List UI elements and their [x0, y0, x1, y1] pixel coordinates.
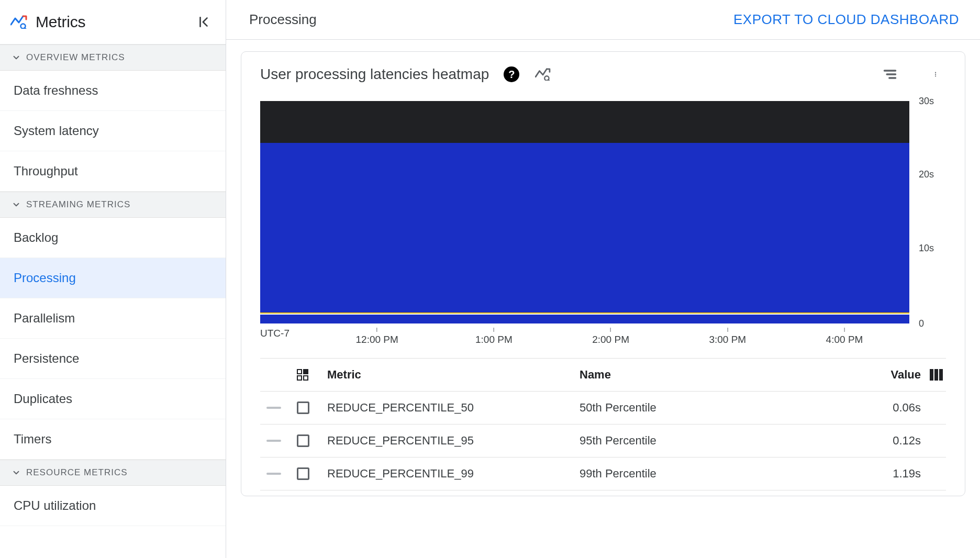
- y-tick: 10s: [919, 242, 934, 253]
- collapse-sidebar-button[interactable]: [194, 13, 213, 31]
- more-options-button[interactable]: [928, 65, 946, 83]
- column-picker-icon[interactable]: [930, 369, 943, 381]
- sidebar-item-label: Throughput: [14, 164, 78, 178]
- section-header[interactable]: STREAMING METRICS: [0, 192, 226, 218]
- metrics-logo-icon: [10, 15, 27, 29]
- table-row[interactable]: REDUCE_PERCENTILE_50 50th Percentile 0.0…: [260, 392, 946, 425]
- sidebar-item-label: Backlog: [14, 230, 58, 244]
- select-all-toggle-icon[interactable]: [297, 369, 309, 381]
- chart-y-axis: 30s 20s 10s 0: [915, 101, 946, 323]
- heatmap-band-dense-upper: [260, 143, 909, 314]
- card-title: User processing latencies heatmap: [260, 66, 489, 83]
- sidebar-item-processing[interactable]: Processing: [0, 258, 226, 298]
- help-icon[interactable]: ?: [504, 66, 519, 82]
- col-value[interactable]: Value: [837, 368, 921, 382]
- cell-metric: REDUCE_PERCENTILE_99: [322, 467, 580, 481]
- svg-line-1: [25, 28, 27, 29]
- sidebar-item-timers[interactable]: Timers: [0, 419, 226, 460]
- section-header[interactable]: OVERVIEW METRICS: [0, 44, 226, 71]
- cell-value: 1.19s: [837, 467, 921, 481]
- section-label: STREAMING METRICS: [26, 199, 130, 210]
- sidebar-item-label: Duplicates: [14, 392, 72, 406]
- table-row[interactable]: REDUCE_PERCENTILE_99 99th Percentile 1.1…: [260, 457, 946, 490]
- section-label: OVERVIEW METRICS: [26, 52, 125, 63]
- svg-line-3: [548, 80, 550, 81]
- sidebar-item-label: Processing: [14, 271, 76, 285]
- chart-x-axis: UTC-7 12:00 PM1:00 PM2:00 PM3:00 PM4:00 …: [260, 328, 909, 349]
- sidebar-item-backlog[interactable]: Backlog: [0, 218, 226, 258]
- sidebar-item-label: Timers: [14, 432, 51, 446]
- cell-metric: REDUCE_PERCENTILE_50: [322, 401, 580, 415]
- svg-point-8: [935, 74, 936, 75]
- drag-handle-icon[interactable]: [266, 440, 281, 442]
- sidebar-item-cpu-utilization[interactable]: CPU utilization: [0, 486, 226, 526]
- drag-handle-icon[interactable]: [266, 473, 281, 475]
- cell-value: 0.06s: [837, 401, 921, 415]
- cell-name: 99th Percentile: [580, 467, 837, 481]
- row-checkbox[interactable]: [297, 434, 309, 447]
- y-tick: 30s: [919, 96, 934, 107]
- sidebar-item-label: Parallelism: [14, 311, 75, 325]
- x-tick: 12:00 PM: [356, 328, 398, 345]
- sidebar-item-data-freshness[interactable]: Data freshness: [0, 71, 226, 111]
- sidebar-item-parallelism[interactable]: Parallelism: [0, 298, 226, 339]
- main-header: Processing EXPORT TO CLOUD DASHBOARD: [226, 0, 980, 40]
- heatmap-p99-line: [260, 313, 909, 314]
- chevron-down-icon: [12, 468, 21, 477]
- sidebar-item-label: Data freshness: [14, 83, 98, 97]
- sidebar-title: Metrics: [36, 13, 85, 31]
- table-header-row: Metric Name Value: [260, 358, 946, 392]
- cell-name: 95th Percentile: [580, 434, 837, 448]
- svg-point-7: [935, 72, 936, 73]
- chevron-down-icon: [12, 200, 21, 209]
- cell-name: 50th Percentile: [580, 401, 837, 415]
- col-name[interactable]: Name: [580, 368, 837, 382]
- sidebar-item-label: CPU utilization: [14, 498, 96, 512]
- table-row[interactable]: REDUCE_PERCENTILE_95 95th Percentile 0.1…: [260, 425, 946, 457]
- page-title: Processing: [249, 12, 317, 28]
- metrics-table: Metric Name Value REDUCE_PERCENTILE_50 5…: [260, 358, 946, 490]
- section-header[interactable]: RESOURCE METRICS: [0, 460, 226, 486]
- x-tick: 2:00 PM: [592, 328, 629, 345]
- main: Processing EXPORT TO CLOUD DASHBOARD Use…: [226, 0, 980, 558]
- sidebar-item-system-latency[interactable]: System latency: [0, 111, 226, 151]
- drag-handle-icon[interactable]: [266, 407, 281, 409]
- sidebar-item-throughput[interactable]: Throughput: [0, 151, 226, 192]
- chart-plot-area[interactable]: [260, 101, 909, 323]
- sidebar-header: Metrics: [0, 0, 226, 44]
- y-tick: 0: [919, 318, 924, 329]
- row-checkbox[interactable]: [297, 401, 309, 414]
- x-axis-timezone: UTC-7: [260, 328, 289, 339]
- cell-metric: REDUCE_PERCENTILE_95: [322, 434, 580, 448]
- x-tick: 3:00 PM: [709, 328, 746, 345]
- section-label: RESOURCE METRICS: [26, 467, 128, 478]
- latency-heatmap-card: User processing latencies heatmap ?: [241, 51, 965, 496]
- open-in-metrics-explorer-button[interactable]: [534, 65, 552, 83]
- sidebar: Metrics OVERVIEW METRICS Data freshness …: [0, 0, 226, 558]
- toggle-legend-button[interactable]: [881, 65, 899, 83]
- row-checkbox[interactable]: [297, 467, 309, 480]
- y-tick: 20s: [919, 169, 934, 180]
- col-metric[interactable]: Metric: [322, 368, 580, 382]
- heatmap-band-sparse: [260, 101, 909, 143]
- heatmap-band-dense-lower: [260, 315, 909, 323]
- x-tick: 1:00 PM: [475, 328, 513, 345]
- heatmap-chart[interactable]: 30s 20s 10s 0 UTC-7 12:00 PM1:00 PM2:00 …: [260, 101, 946, 349]
- chevron-down-icon: [12, 53, 21, 62]
- svg-point-9: [935, 75, 936, 76]
- sidebar-item-label: Persistence: [14, 351, 79, 365]
- x-tick: 4:00 PM: [826, 328, 863, 345]
- sidebar-item-persistence[interactable]: Persistence: [0, 339, 226, 379]
- card-header: User processing latencies heatmap ?: [260, 65, 946, 83]
- export-to-dashboard-button[interactable]: EXPORT TO CLOUD DASHBOARD: [733, 12, 959, 28]
- sidebar-item-duplicates[interactable]: Duplicates: [0, 379, 226, 419]
- sidebar-item-label: System latency: [14, 124, 99, 138]
- cell-value: 0.12s: [837, 434, 921, 448]
